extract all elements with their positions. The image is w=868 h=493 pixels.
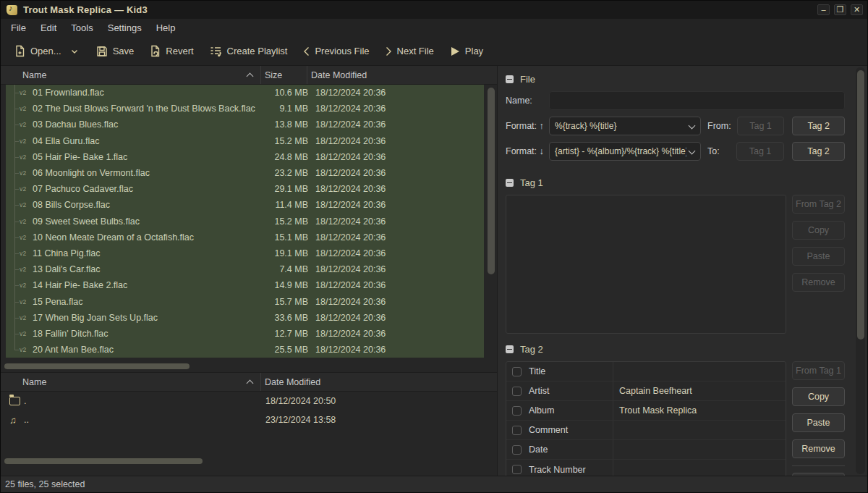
table-row[interactable]: v2 01 Frownland.flac 10.6 MB 18/12/2024 … [6, 85, 484, 101]
file-name: 08 Bills Corpse.flac [33, 200, 266, 210]
tag-version-badge: v2 [20, 314, 33, 321]
table-row[interactable]: v2 20 Ant Man Bee.flac 25.5 MB 18/12/202… [6, 342, 484, 358]
tag1-section-header[interactable]: Tag 1 [506, 177, 845, 188]
file-size: 23.2 MB [266, 168, 312, 178]
field-value[interactable]: Trout Mask Replica [613, 405, 786, 416]
tag2-paste-button[interactable]: Paste [792, 413, 845, 432]
table-row[interactable]: v2 13 Dali's Car.flac 7.4 MB 18/12/2024 … [6, 261, 484, 277]
field-label: Title [529, 366, 545, 376]
from-tag1-button[interactable]: Tag 1 [737, 117, 785, 135]
table-row[interactable]: v2 05 Hair Pie- Bake 1.flac 24.8 MB 18/1… [6, 149, 484, 165]
table-row[interactable]: v2 03 Dachau Blues.flac 13.8 MB 18/12/20… [6, 117, 484, 132]
to-label: To: [701, 146, 731, 156]
tag1-copy-button[interactable]: Copy [792, 221, 845, 240]
folder-row-parent[interactable]: ♫ .. 23/12/2024 13:58 [1, 410, 497, 429]
field-checkbox[interactable] [512, 445, 522, 455]
collapse-icon[interactable] [506, 75, 514, 83]
folder-column-header-name[interactable]: Name [1, 373, 261, 391]
open-dropdown-chevron-icon[interactable] [67, 41, 82, 61]
play-button[interactable]: Play [443, 41, 490, 61]
table-row[interactable]: v2 08 Bills Corpse.flac 11.4 MB 18/12/20… [6, 197, 484, 213]
file-date: 18/12/2024 20:36 [312, 264, 484, 274]
menu-settings[interactable]: Settings [101, 20, 149, 35]
folder-row-current[interactable]: . 18/12/2024 20:50 [1, 392, 497, 410]
field-checkbox[interactable] [512, 426, 522, 435]
file-size: 15.2 MB [266, 136, 312, 146]
save-button[interactable]: Save [90, 41, 141, 62]
table-row[interactable]: v2 11 China Pig.flac 19.1 MB 18/12/2024 … [6, 245, 484, 261]
tag1-paste-button[interactable]: Paste [792, 247, 845, 266]
app-window: Trout Mask Replica — Kid3 – ❒ ✕ File Edi… [0, 0, 868, 493]
tag-version-badge: v2 [20, 121, 33, 128]
file-name-input[interactable] [549, 91, 845, 110]
menu-file[interactable]: File [4, 20, 33, 35]
to-tag2-button[interactable]: Tag 2 [792, 142, 845, 161]
open-button[interactable]: Open... [8, 41, 68, 62]
field-checkbox[interactable] [512, 387, 522, 396]
close-button[interactable]: ✕ [851, 4, 863, 15]
tag2-section-header[interactable]: Tag 2 [506, 343, 845, 355]
previous-file-button[interactable]: Previous File [297, 41, 375, 61]
format-from-filename-combobox[interactable]: %{track} %{title} [549, 117, 701, 135]
field-value[interactable]: Captain Beefheart [613, 386, 786, 396]
format-to-filename-combobox[interactable]: {artist} - %{album}/%{track} %{title} [549, 142, 701, 161]
field-checkbox[interactable] [512, 406, 522, 416]
tag-version-badge: v2 [20, 89, 33, 96]
file-size: 25.5 MB [266, 345, 312, 355]
file-name: 05 Hair Pie- Bake 1.flac [33, 152, 266, 162]
file-name: 13 Dali's Car.flac [33, 264, 266, 274]
tag2-copy-button[interactable]: Copy [792, 387, 845, 406]
revert-button[interactable]: Revert [143, 41, 200, 62]
menu-help[interactable]: Help [149, 20, 183, 35]
field-checkbox[interactable] [512, 465, 522, 474]
tag1-remove-button[interactable]: Remove [792, 273, 845, 292]
tag2-remove-button[interactable]: Remove [792, 439, 845, 458]
file-name: 02 The Dust Blows Forward 'n the Dust Bl… [33, 104, 266, 114]
field-checkbox[interactable] [512, 367, 522, 376]
table-row[interactable]: v2 14 Hair Pie- Bake 2.flac 14.9 MB 18/1… [6, 277, 484, 293]
status-bar: 25 files, 25 selected [1, 476, 867, 492]
tag-version-badge: v2 [20, 298, 33, 306]
tag-version-badge: v2 [20, 266, 33, 273]
table-row[interactable]: v2 02 The Dust Blows Forward 'n the Dust… [6, 101, 484, 117]
folder-list-horizontal-scrollbar[interactable] [1, 456, 484, 465]
play-button-label: Play [465, 46, 483, 56]
table-row[interactable]: v2 17 When Big Joan Sets Up.flac 33.6 MB… [6, 310, 484, 326]
table-row[interactable]: v2 10 Neon Meate Dream of a Octafish.fla… [6, 229, 484, 245]
folder-column-header-date-modified[interactable]: Date Modified [261, 373, 497, 391]
collapse-icon[interactable] [506, 345, 514, 353]
file-name: 20 Ant Man Bee.flac [33, 345, 266, 355]
column-header-size[interactable]: Size [261, 66, 307, 84]
tag-panel-vertical-scrollbar[interactable] [856, 67, 865, 474]
tag1-from-tag2-button[interactable]: From Tag 2 [792, 195, 845, 214]
table-row[interactable]: v2 07 Pachuco Cadaver.flac 29.1 MB 18/12… [6, 181, 484, 197]
app-icon [7, 5, 17, 15]
to-tag1-button[interactable]: Tag 1 [736, 142, 784, 161]
file-list-horizontal-scrollbar[interactable] [1, 361, 484, 371]
minimize-button[interactable]: – [817, 4, 830, 15]
table-row[interactable]: v2 09 Sweet Sweet Bulbs.flac 15.2 MB 18/… [6, 214, 484, 229]
file-date: 18/12/2024 20:36 [312, 152, 484, 162]
file-date: 18/12/2024 20:36 [312, 136, 484, 146]
tag-version-badge: v2 [20, 169, 33, 177]
menu-edit[interactable]: Edit [33, 20, 64, 35]
menu-tools[interactable]: Tools [64, 20, 100, 35]
open-button-label: Open... [30, 46, 61, 56]
table-row[interactable]: v2 04 Ella Guru.flac 15.2 MB 18/12/2024 … [6, 133, 484, 149]
maximize-button[interactable]: ❒ [834, 4, 846, 15]
table-row[interactable]: v2 06 Moonlight on Vermont.flac 23.2 MB … [6, 165, 484, 181]
create-playlist-button[interactable]: Create Playlist [203, 41, 294, 62]
next-file-button[interactable]: Next File [379, 41, 441, 61]
tag-field-row: Artist Captain Beefheart [506, 382, 786, 401]
tag-field-row: Album Trout Mask Replica [506, 401, 786, 421]
tag2-from-tag1-button[interactable]: From Tag 1 [792, 361, 845, 380]
file-list-vertical-scrollbar[interactable] [487, 86, 495, 361]
folder-date: 23/12/2024 13:58 [261, 415, 497, 425]
column-header-name[interactable]: Name [1, 66, 261, 84]
column-header-date-modified[interactable]: Date Modified [307, 66, 497, 84]
collapse-icon[interactable] [506, 179, 514, 187]
table-row[interactable]: v2 18 Fallin' Ditch.flac 12.7 MB 18/12/2… [6, 326, 484, 342]
table-row[interactable]: v2 15 Pena.flac 15.7 MB 18/12/2024 20:36 [6, 293, 484, 309]
from-tag2-button[interactable]: Tag 2 [792, 117, 845, 135]
file-section-header[interactable]: File [506, 73, 845, 85]
